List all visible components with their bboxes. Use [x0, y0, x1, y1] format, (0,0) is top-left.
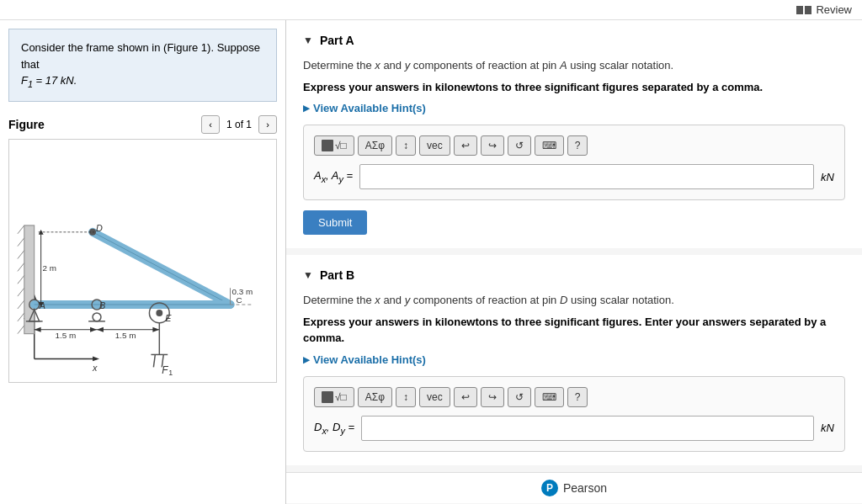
sqrt-icon-a: [322, 140, 333, 151]
next-figure-button[interactable]: ›: [258, 115, 277, 134]
prev-figure-button[interactable]: ‹: [201, 115, 220, 134]
part-a-hints-label: View Available Hint(s): [313, 102, 426, 114]
svg-point-46: [156, 310, 162, 316]
problem-line2: F1 = 17 kN.: [21, 74, 77, 87]
figure-section: Figure ‹ 1 of 1 › y x: [0, 110, 285, 391]
svg-line-10: [18, 263, 24, 271]
refresh-icon-b: ↺: [515, 391, 524, 403]
figure-nav-container: ‹ 1 of 1 ›: [201, 115, 277, 134]
tool-refresh-btn-b[interactable]: ↺: [508, 387, 531, 407]
part-b-unit: kN: [821, 422, 834, 434]
svg-marker-3: [93, 356, 99, 361]
sqrt-icon-b: [322, 391, 333, 403]
svg-line-7: [18, 225, 24, 234]
part-b-answer-box: √□ ΑΣφ ↕ vec ↩ ↪: [303, 376, 845, 452]
keyboard-icon-a: ⌨: [542, 140, 556, 151]
svg-text:A: A: [39, 300, 45, 310]
part-b-instruction: Express your answers in kilonewtons to t…: [303, 314, 845, 347]
svg-line-12: [18, 288, 24, 296]
tool-help-btn-b[interactable]: ?: [567, 387, 588, 407]
sigma-label-b: ΑΣφ: [365, 391, 385, 403]
part-a-unit: kN: [821, 171, 834, 183]
part-a-answer-row: Ax, Ay = kN: [314, 164, 834, 189]
svg-marker-38: [35, 327, 41, 332]
figure-title: Figure: [8, 118, 45, 131]
svg-text:E: E: [165, 313, 172, 323]
tool-undo-btn-b[interactable]: ↩: [454, 387, 477, 407]
tool-sigma-btn-b[interactable]: ΑΣφ: [358, 387, 392, 407]
undo-icon-a: ↩: [461, 140, 470, 151]
part-a-hints[interactable]: View Available Hint(s): [303, 102, 845, 114]
svg-line-9: [18, 250, 24, 258]
tool-sqrt-btn-b[interactable]: √□: [314, 387, 354, 407]
svg-text:2 m: 2 m: [43, 263, 57, 273]
svg-text:1.5 m: 1.5 m: [55, 330, 76, 339]
part-a-toolbar: √□ ΑΣφ ↕ vec ↩ ↪: [314, 135, 834, 156]
tool-keyboard-btn-b[interactable]: ⌨: [535, 387, 564, 407]
submit-label-a: Submit: [318, 216, 352, 229]
pearson-text: Pearson: [563, 481, 607, 495]
svg-text:0.3 m: 0.3 m: [231, 287, 253, 296]
part-a-answer-box: √□ ΑΣφ ↕ vec ↩ ↪: [303, 125, 845, 200]
top-bar: Review: [0, 0, 862, 20]
help-label-b: ?: [575, 391, 581, 403]
pearson-logo: P: [541, 480, 558, 496]
tool-undo-btn-a[interactable]: ↩: [454, 135, 477, 156]
right-panel: ▼ Part A Determine the x and y component…: [286, 20, 862, 504]
svg-line-15: [18, 326, 24, 334]
undo-icon-b: ↩: [461, 391, 470, 403]
part-a-label: Part A: [320, 34, 354, 47]
pearson-logo-letter: P: [546, 482, 553, 494]
svg-line-13: [18, 300, 24, 309]
part-a-input[interactable]: [359, 164, 814, 189]
tool-vec-btn-a[interactable]: vec: [419, 135, 450, 156]
left-panel: Consider the frame shown in (Figure 1). …: [0, 20, 286, 504]
arrows-label-a: ↕: [403, 140, 408, 151]
part-b-answer-label: Dx, Dy =: [314, 421, 354, 436]
part-b-hints[interactable]: View Available Hint(s): [303, 353, 845, 366]
svg-text:B: B: [99, 300, 105, 310]
tool-refresh-btn-a[interactable]: ↺: [508, 135, 531, 156]
tool-vec-btn-b[interactable]: vec: [419, 387, 450, 407]
svg-rect-6: [24, 225, 35, 334]
sqrt-label-a: √□: [335, 140, 347, 151]
svg-text:D: D: [96, 223, 103, 233]
svg-marker-39: [90, 327, 97, 332]
part-b-section: ▼ Part B Determine the x and y component…: [286, 255, 862, 465]
tool-keyboard-btn-a[interactable]: ⌨: [535, 135, 564, 156]
vec-label-b: vec: [427, 391, 443, 403]
svg-text:1.5 m: 1.5 m: [115, 330, 136, 339]
keyboard-icon-b: ⌨: [542, 391, 556, 403]
svg-text:x: x: [92, 363, 98, 373]
review-icon: [796, 6, 811, 14]
help-label-a: ?: [575, 140, 581, 151]
part-a-header[interactable]: ▼ Part A: [303, 34, 845, 47]
tool-redo-btn-b[interactable]: ↪: [481, 387, 504, 407]
figure-header: Figure ‹ 1 of 1 ›: [8, 110, 277, 139]
part-b-answer-row: Dx, Dy = kN: [314, 416, 834, 441]
svg-line-8: [18, 238, 24, 247]
tool-sigma-btn-a[interactable]: ΑΣφ: [358, 135, 392, 156]
part-b-header[interactable]: ▼ Part B: [303, 268, 845, 282]
tool-sqrt-btn-a[interactable]: √□: [314, 135, 354, 156]
tool-arrows-btn-a[interactable]: ↕: [396, 135, 416, 156]
part-b-description: Determine the x and y components of reac…: [303, 292, 845, 309]
part-b-collapse-arrow: ▼: [303, 269, 313, 281]
submit-button-a[interactable]: Submit: [303, 210, 367, 235]
tool-help-btn-a[interactable]: ?: [567, 135, 588, 156]
svg-marker-43: [152, 327, 159, 332]
refresh-icon-a: ↺: [515, 140, 524, 151]
part-b-input[interactable]: [361, 416, 814, 441]
tool-redo-btn-a[interactable]: ↪: [481, 135, 504, 156]
svg-marker-42: [97, 327, 104, 332]
svg-text:C: C: [236, 295, 242, 305]
tool-arrows-btn-b[interactable]: ↕: [396, 387, 416, 407]
vec-label-a: vec: [427, 140, 443, 151]
svg-line-50: [153, 354, 155, 367]
svg-text:1: 1: [168, 369, 173, 377]
part-b-hints-label: View Available Hint(s): [313, 353, 426, 366]
figure-page-indicator: 1 of 1: [226, 119, 252, 130]
review-button[interactable]: Review: [796, 3, 852, 16]
svg-line-14: [18, 313, 24, 321]
sigma-label-a: ΑΣφ: [365, 140, 385, 151]
